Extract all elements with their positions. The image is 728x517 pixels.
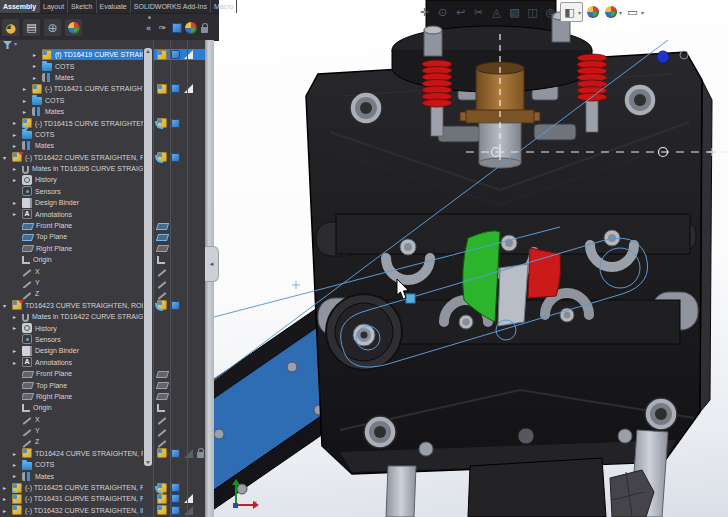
tree-item[interactable]: Right Plane [0,391,205,402]
expand-arrow-icon[interactable]: ▸ [13,174,21,185]
zoom-area-icon[interactable]: ⊙ [434,3,451,21]
expand-arrow-icon[interactable]: ▸ [13,163,21,174]
tree-item[interactable]: ▸COTS [0,129,205,140]
tree-item[interactable]: Z [0,436,205,447]
tree-item[interactable]: Front Plane [0,368,205,379]
tree-item[interactable]: ▸Annotations [0,357,205,368]
expand-arrow-icon[interactable]: ▸ [13,140,21,151]
tree-item[interactable]: Right Plane [0,243,205,254]
filter-icon[interactable] [3,41,12,49]
arm-pivot-disc[interactable] [326,294,402,370]
expand-arrow-icon[interactable]: ▸ [13,470,21,481]
expand-arrow-icon[interactable]: ▸ [23,83,31,94]
tab-layout[interactable]: Layout [40,0,68,13]
tree-item[interactable]: ▸Mates in TD16422 CURVE STRAIGHTE [0,311,205,322]
expand-arrow-icon[interactable]: ▸ [3,505,11,516]
tab-assembly[interactable]: Assembly [0,0,40,13]
tree-item[interactable]: ▾TD16423 CURVE STRAIGHTEN, ROLLER TO [0,300,205,311]
view-settings-icon[interactable]: ▭▾ [624,3,645,21]
apply-scene-icon[interactable]: ▾ [602,3,623,21]
heads-up-view-toolbar[interactable]: ✛⊙↩✂◬▧◫◎◧▾▾▭▾ [416,2,645,22]
tree-item[interactable]: ▾(-) TD16422 CURVE STRAIGHTEN, ROLLER TO [0,152,205,163]
filter-caret-icon[interactable]: ▾ [14,40,17,47]
expand-arrow-icon[interactable]: ▾ [3,152,11,163]
tab-evaluate[interactable]: Evaluate [97,0,131,13]
red-wedge[interactable] [528,248,561,298]
tree-item[interactable]: ▸Mates [0,140,205,151]
shaded-display-icon[interactable]: ◧▾ [560,2,583,22]
expand-arrow-icon[interactable]: ▸ [13,208,21,219]
tree-item[interactable]: ▸(-) TD16431 CURVE STRAIGHTEN, ROLLER [0,493,205,504]
tree-item[interactable]: Origin [0,254,205,265]
tree-item[interactable]: ▸(f) TD16419 CURVE STRAIGHTEN [0,49,205,60]
tree-item[interactable]: Sensors [0,186,205,197]
dropdown-caret-icon[interactable]: ▾ [641,9,644,16]
expand-arrow-icon[interactable]: ▸ [23,95,31,106]
annotation-pen-icon[interactable]: ✑ [156,21,169,34]
toolbar-drag-handle[interactable] [148,16,151,19]
tree-item[interactable]: ▸COTS [0,95,205,106]
edit-component-icon[interactable]: ◕ [2,19,19,36]
expand-arrow-icon[interactable]: ▸ [33,60,41,71]
tree-item[interactable]: Y [0,277,205,288]
tree-item[interactable]: ▸(-) TD16421 CURVE STRAIGHTEN, CLA [0,83,205,94]
expand-arrow-icon[interactable]: ▸ [13,311,21,322]
expand-arrow-icon[interactable]: ▸ [33,49,41,60]
expand-arrow-icon[interactable]: ▸ [33,72,41,83]
sketch-endpoint-dot[interactable] [657,51,669,63]
hide-show-icon[interactable]: ◎ [542,3,559,21]
expand-arrow-icon[interactable]: ▾ [3,300,11,311]
expand-arrow-icon[interactable]: ▸ [13,459,21,470]
gray-wedge[interactable] [498,264,528,326]
tab-macro[interactable]: Macro [211,0,237,13]
tree-item[interactable]: ▸Mates in TD16395 CURVE STRAIGHTEN, R [0,163,205,174]
tree-scrollbar[interactable] [144,48,152,466]
sketch-point-handle[interactable] [406,294,415,303]
tree-item[interactable]: ▸Mates [0,106,205,117]
expand-arrow-icon[interactable]: ▸ [3,482,11,493]
tree-item[interactable]: ▸(-) TD16415 CURVE STRAIGHTEN, CLAMP [0,117,205,128]
tab-sketch[interactable]: Sketch [68,0,96,13]
tree-item[interactable]: ▸Design Binder [0,345,205,356]
annotation-views-icon[interactable]: ◬ [488,3,505,21]
dropdown-caret-icon[interactable]: ▾ [619,9,622,16]
tab-solidworks-add-ins[interactable]: SOLIDWORKS Add-Ins [131,0,211,13]
tree-item[interactable]: ▸Design Binder [0,197,205,208]
tree-item[interactable]: ▸COTS [0,459,205,470]
expand-arrow-icon[interactable]: ▸ [13,357,21,368]
tree-item[interactable]: Z [0,288,205,299]
expand-arrow-icon[interactable]: ▸ [23,106,31,117]
zoom-fit-icon[interactable]: ✛ [416,3,433,21]
expand-arrow-icon[interactable]: ▸ [13,448,21,459]
color-swatch-icon[interactable] [184,21,197,34]
lock-icon[interactable] [198,21,211,34]
expand-arrow-icon[interactable]: ▸ [13,129,21,140]
tree-item[interactable]: Sensors [0,334,205,345]
edit-appearance-icon[interactable] [584,3,601,21]
tree-item[interactable]: ▸Annotations [0,208,205,219]
tree-item[interactable]: ▸(-) TD16432 CURVE STRAIGHTEN, INDICA [0,505,205,516]
mate-icon[interactable]: ⊕ [44,19,61,36]
section-view-icon[interactable]: ✂ [470,3,487,21]
tree-item[interactable]: X [0,414,205,425]
tree-item[interactable]: X [0,265,205,276]
feature-manager-tree[interactable]: ▾ ▸(f) TD16419 CURVE STRAIGHTEN▸COTS▸Mat… [0,40,205,517]
tree-item[interactable]: Top Plane [0,379,205,390]
tree-item[interactable]: Origin [0,402,205,413]
tree-item[interactable]: ▸History [0,174,205,185]
display-pane-icon[interactable] [170,21,183,34]
tree-filter-row[interactable]: ▾ [0,40,205,49]
tree-item[interactable]: ▸TD16424 CURVE STRAIGHTEN, ROLLE [0,448,205,459]
expand-arrow-icon[interactable]: ▸ [3,493,11,504]
expand-arrow-icon[interactable]: ▸ [13,322,21,333]
display-style-icon[interactable]: ◫ [524,3,541,21]
tree-item[interactable]: ▸COTS [0,60,205,71]
expand-arrow-icon[interactable]: ▸ [13,117,21,128]
tree-item[interactable]: Front Plane [0,220,205,231]
expand-arrow-icon[interactable]: ▸ [13,345,21,356]
collapse-items-icon[interactable]: « [142,21,155,34]
tree-item[interactable]: ▸Mates [0,72,205,83]
insert-components-icon[interactable]: ▤ [23,19,40,36]
tree-item[interactable]: Top Plane [0,231,205,242]
tree-item[interactable]: ▸Mates [0,470,205,481]
